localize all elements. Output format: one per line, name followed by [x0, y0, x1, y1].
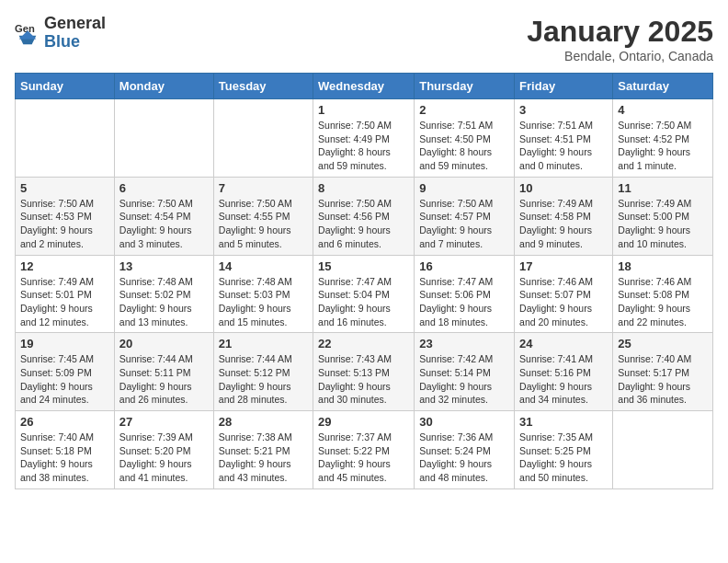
- day-number: 23: [419, 337, 509, 350]
- calendar-cell: 9Sunrise: 7:50 AM Sunset: 4:57 PM Daylig…: [415, 177, 515, 255]
- calendar-cell: 10Sunrise: 7:49 AM Sunset: 4:58 PM Dayli…: [515, 177, 613, 255]
- day-info: Sunrise: 7:36 AM Sunset: 5:24 PM Dayligh…: [419, 431, 509, 485]
- day-number: 11: [618, 181, 708, 195]
- weekday-header-monday: Monday: [114, 74, 213, 99]
- day-number: 14: [219, 259, 308, 273]
- day-info: Sunrise: 7:48 AM Sunset: 5:02 PM Dayligh…: [119, 275, 209, 329]
- svg-text:Gen: Gen: [15, 23, 35, 34]
- calendar-cell: 1Sunrise: 7:50 AM Sunset: 4:49 PM Daylig…: [313, 99, 415, 178]
- day-number: 22: [318, 337, 409, 350]
- day-info: Sunrise: 7:47 AM Sunset: 5:06 PM Dayligh…: [419, 275, 509, 329]
- calendar-cell: 17Sunrise: 7:46 AM Sunset: 5:07 PM Dayli…: [515, 255, 613, 333]
- logo-general-text: General: [44, 15, 106, 33]
- calendar-cell: 5Sunrise: 7:50 AM Sunset: 4:53 PM Daylig…: [16, 177, 115, 255]
- week-row-2: 5Sunrise: 7:50 AM Sunset: 4:53 PM Daylig…: [16, 177, 713, 255]
- calendar-cell: 22Sunrise: 7:43 AM Sunset: 5:13 PM Dayli…: [313, 333, 415, 411]
- weekday-header-friday: Friday: [515, 74, 613, 99]
- day-number: 1: [318, 103, 409, 117]
- day-number: 12: [20, 259, 109, 273]
- day-info: Sunrise: 7:51 AM Sunset: 4:50 PM Dayligh…: [419, 119, 509, 173]
- day-info: Sunrise: 7:42 AM Sunset: 5:14 PM Dayligh…: [419, 352, 509, 407]
- day-number: 28: [219, 415, 308, 429]
- day-number: 31: [519, 415, 608, 429]
- day-number: 10: [519, 181, 608, 195]
- day-info: Sunrise: 7:46 AM Sunset: 5:08 PM Dayligh…: [618, 275, 708, 329]
- day-info: Sunrise: 7:40 AM Sunset: 5:17 PM Dayligh…: [618, 352, 708, 407]
- calendar-cell: 25Sunrise: 7:40 AM Sunset: 5:17 PM Dayli…: [613, 333, 713, 411]
- calendar-cell: 13Sunrise: 7:48 AM Sunset: 5:02 PM Dayli…: [114, 255, 213, 333]
- calendar-cell: 16Sunrise: 7:47 AM Sunset: 5:06 PM Dayli…: [415, 255, 515, 333]
- page-header: Gen General Blue January 2025 Bendale, O…: [15, 15, 713, 63]
- day-number: 26: [20, 415, 109, 429]
- calendar-cell: 19Sunrise: 7:45 AM Sunset: 5:09 PM Dayli…: [16, 333, 115, 411]
- week-row-1: 1Sunrise: 7:50 AM Sunset: 4:49 PM Daylig…: [16, 99, 713, 178]
- day-number: 7: [219, 181, 308, 195]
- weekday-header-row: SundayMondayTuesdayWednesdayThursdayFrid…: [16, 74, 713, 99]
- day-info: Sunrise: 7:38 AM Sunset: 5:21 PM Dayligh…: [219, 431, 308, 485]
- day-info: Sunrise: 7:50 AM Sunset: 4:55 PM Dayligh…: [219, 197, 308, 251]
- day-info: Sunrise: 7:50 AM Sunset: 4:54 PM Dayligh…: [119, 197, 209, 251]
- calendar-cell: 20Sunrise: 7:44 AM Sunset: 5:11 PM Dayli…: [114, 333, 213, 411]
- calendar-cell: 12Sunrise: 7:49 AM Sunset: 5:01 PM Dayli…: [16, 255, 115, 333]
- title-block: January 2025 Bendale, Ontario, Canada: [527, 15, 713, 63]
- calendar-cell: 8Sunrise: 7:50 AM Sunset: 4:56 PM Daylig…: [313, 177, 415, 255]
- day-info: Sunrise: 7:50 AM Sunset: 4:57 PM Dayligh…: [419, 197, 509, 251]
- day-info: Sunrise: 7:45 AM Sunset: 5:09 PM Dayligh…: [20, 352, 109, 407]
- day-number: 30: [419, 415, 509, 429]
- weekday-header-wednesday: Wednesday: [313, 74, 415, 99]
- day-number: 4: [618, 103, 708, 117]
- day-number: 3: [519, 103, 608, 117]
- calendar-cell: 11Sunrise: 7:49 AM Sunset: 5:00 PM Dayli…: [613, 177, 713, 255]
- logo-blue-text: Blue: [44, 33, 106, 52]
- day-info: Sunrise: 7:43 AM Sunset: 5:13 PM Dayligh…: [318, 352, 409, 407]
- weekday-header-tuesday: Tuesday: [213, 74, 313, 99]
- day-number: 21: [219, 337, 308, 350]
- day-number: 20: [119, 337, 209, 350]
- calendar-cell: 24Sunrise: 7:41 AM Sunset: 5:16 PM Dayli…: [515, 333, 613, 411]
- day-number: 27: [119, 415, 209, 429]
- day-info: Sunrise: 7:40 AM Sunset: 5:18 PM Dayligh…: [20, 431, 109, 485]
- week-row-3: 12Sunrise: 7:49 AM Sunset: 5:01 PM Dayli…: [16, 255, 713, 333]
- day-info: Sunrise: 7:48 AM Sunset: 5:03 PM Dayligh…: [219, 275, 308, 329]
- calendar-cell: [213, 99, 313, 178]
- calendar-cell: 7Sunrise: 7:50 AM Sunset: 4:55 PM Daylig…: [213, 177, 313, 255]
- weekday-header-sunday: Sunday: [16, 74, 115, 99]
- calendar-cell: [613, 411, 713, 489]
- calendar-cell: 21Sunrise: 7:44 AM Sunset: 5:12 PM Dayli…: [213, 333, 313, 411]
- calendar-cell: 23Sunrise: 7:42 AM Sunset: 5:14 PM Dayli…: [415, 333, 515, 411]
- day-info: Sunrise: 7:37 AM Sunset: 5:22 PM Dayligh…: [318, 431, 409, 485]
- calendar-cell: 31Sunrise: 7:35 AM Sunset: 5:25 PM Dayli…: [515, 411, 613, 489]
- day-info: Sunrise: 7:49 AM Sunset: 4:58 PM Dayligh…: [519, 197, 608, 251]
- calendar-cell: 4Sunrise: 7:50 AM Sunset: 4:52 PM Daylig…: [613, 99, 713, 178]
- calendar-cell: 3Sunrise: 7:51 AM Sunset: 4:51 PM Daylig…: [515, 99, 613, 178]
- day-info: Sunrise: 7:50 AM Sunset: 4:53 PM Dayligh…: [20, 197, 109, 251]
- calendar-cell: 27Sunrise: 7:39 AM Sunset: 5:20 PM Dayli…: [114, 411, 213, 489]
- day-number: 9: [419, 181, 509, 195]
- calendar-cell: 29Sunrise: 7:37 AM Sunset: 5:22 PM Dayli…: [313, 411, 415, 489]
- day-info: Sunrise: 7:49 AM Sunset: 5:00 PM Dayligh…: [618, 197, 708, 251]
- calendar-cell: 30Sunrise: 7:36 AM Sunset: 5:24 PM Dayli…: [415, 411, 515, 489]
- logo-icon: Gen: [15, 20, 40, 46]
- week-row-4: 19Sunrise: 7:45 AM Sunset: 5:09 PM Dayli…: [16, 333, 713, 411]
- calendar-cell: 6Sunrise: 7:50 AM Sunset: 4:54 PM Daylig…: [114, 177, 213, 255]
- day-number: 17: [519, 259, 608, 273]
- day-info: Sunrise: 7:50 AM Sunset: 4:52 PM Dayligh…: [618, 119, 708, 173]
- day-number: 25: [618, 337, 708, 350]
- month-title: January 2025: [527, 15, 713, 49]
- day-info: Sunrise: 7:44 AM Sunset: 5:12 PM Dayligh…: [219, 352, 308, 407]
- day-number: 8: [318, 181, 409, 195]
- day-number: 16: [419, 259, 509, 273]
- day-number: 2: [419, 103, 509, 117]
- day-number: 13: [119, 259, 209, 273]
- location: Bendale, Ontario, Canada: [527, 49, 713, 63]
- calendar-cell: [114, 99, 213, 178]
- weekday-header-saturday: Saturday: [613, 74, 713, 99]
- day-info: Sunrise: 7:49 AM Sunset: 5:01 PM Dayligh…: [20, 275, 109, 329]
- calendar-cell: 18Sunrise: 7:46 AM Sunset: 5:08 PM Dayli…: [613, 255, 713, 333]
- calendar-cell: 14Sunrise: 7:48 AM Sunset: 5:03 PM Dayli…: [213, 255, 313, 333]
- day-info: Sunrise: 7:44 AM Sunset: 5:11 PM Dayligh…: [119, 352, 209, 407]
- day-info: Sunrise: 7:50 AM Sunset: 4:49 PM Dayligh…: [318, 119, 409, 173]
- weekday-header-thursday: Thursday: [415, 74, 515, 99]
- day-info: Sunrise: 7:47 AM Sunset: 5:04 PM Dayligh…: [318, 275, 409, 329]
- day-number: 6: [119, 181, 209, 195]
